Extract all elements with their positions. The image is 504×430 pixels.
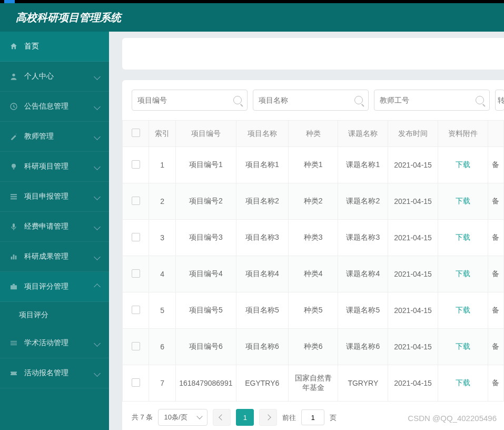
table-row: 4项目编号4项目名称4种类4课题名称42021-04-15下载备 — [123, 256, 504, 292]
row-checkbox[interactable] — [132, 269, 140, 278]
filter-project-code-input[interactable] — [137, 96, 233, 104]
sidebar-item-2[interactable]: 公告信息管理 — [0, 92, 109, 122]
svg-rect-16 — [11, 345, 17, 345]
sidebar-item-8[interactable]: 项目评分管理 — [0, 272, 109, 302]
table-row: 6项目编号6项目名称6种类6课题名称62021-04-15下载备 — [123, 329, 504, 365]
sidebar-item-1[interactable]: 个人中心 — [0, 62, 109, 92]
goto-suffix: 页 — [330, 414, 337, 422]
sidebar-item-3[interactable]: 教师管理 — [0, 122, 109, 152]
filter-teacher-id[interactable] — [374, 90, 490, 111]
download-link[interactable]: 下载 — [456, 269, 470, 278]
search-icon — [233, 96, 242, 104]
sidebar-item-7[interactable]: 科研成果管理 — [0, 242, 109, 272]
sidebar-item-4[interactable]: 科研项目管理 — [0, 152, 109, 182]
page-size-select[interactable]: 10条/页 — [158, 409, 207, 426]
sidebar: 首页个人中心公告信息管理教师管理科研项目管理项目申报管理经费申请管理科研成果管理… — [0, 32, 109, 430]
bars-icon — [9, 252, 18, 261]
sidebar-item-label: 教师管理 — [24, 132, 54, 141]
row-checkbox[interactable] — [132, 306, 140, 314]
cell-topic: 课题名称3 — [338, 220, 388, 256]
cell-code: 项目编号4 — [175, 256, 236, 292]
cell-date: 2021-04-15 — [388, 147, 438, 183]
ticket-icon — [9, 369, 18, 377]
svg-point-2 — [16, 134, 16, 134]
svg-rect-11 — [15, 256, 17, 259]
svg-point-0 — [12, 74, 15, 76]
pagination-next[interactable] — [259, 409, 277, 426]
filter-project-code[interactable] — [132, 90, 248, 111]
cell-type: 种类5 — [288, 292, 338, 329]
pagination-page-1[interactable]: 1 — [236, 409, 254, 426]
table-header-8 — [488, 121, 503, 147]
sidebar-sub-item[interactable]: 项目评分 — [0, 302, 109, 328]
cell-type: 种类1 — [288, 147, 338, 183]
row-checkbox[interactable] — [132, 197, 140, 205]
download-link[interactable]: 下载 — [456, 233, 470, 241]
table-row: 5项目编号5项目名称5种类5课题名称52021-04-15下载备 — [123, 292, 504, 329]
main-content: 索引项目编号项目名称种类课题名称发布时间资料附件 1项目编号1项目名称1种类1课… — [109, 32, 504, 430]
filter-partial-input[interactable] — [498, 96, 504, 104]
download-link[interactable]: 下载 — [456, 197, 470, 205]
filter-partial[interactable] — [495, 90, 504, 111]
sidebar-item-label: 项目评分管理 — [24, 282, 68, 291]
pagination-prev[interactable] — [213, 409, 231, 426]
cell-type: 种类4 — [288, 256, 338, 292]
table-header-5: 课题名称 — [338, 121, 388, 147]
sidebar-item-label: 个人中心 — [24, 72, 54, 81]
content-card: 索引项目编号项目名称种类课题名称发布时间资料附件 1项目编号1项目名称1种类1课… — [122, 80, 504, 430]
row-checkbox[interactable] — [132, 342, 140, 350]
svg-rect-5 — [11, 194, 17, 195]
briefcase-icon — [9, 282, 18, 291]
chevron-left-icon — [219, 414, 225, 420]
svg-point-3 — [12, 164, 16, 168]
sidebar-item-0[interactable]: 首页 — [0, 32, 109, 62]
goto-input[interactable] — [301, 409, 324, 425]
download-link[interactable]: 下载 — [456, 342, 470, 350]
sidebar-item-10[interactable]: 活动报名管理 — [0, 358, 109, 388]
cell-remark: 备 — [488, 292, 503, 329]
cell-topic: TGRYRY — [338, 365, 388, 402]
wand-icon — [9, 132, 18, 141]
cell-code: 项目编号6 — [175, 329, 236, 365]
svg-rect-13 — [13, 284, 15, 286]
sidebar-item-6[interactable]: 经费申请管理 — [0, 212, 109, 242]
row-checkbox[interactable] — [132, 233, 140, 241]
sidebar-item-label: 项目申报管理 — [24, 192, 68, 201]
filter-bar — [122, 80, 504, 120]
svg-rect-4 — [13, 168, 15, 169]
page-size-label: 10条/页 — [164, 413, 187, 422]
data-table: 索引项目编号项目名称种类课题名称发布时间资料附件 1项目编号1项目名称1种类1课… — [122, 120, 504, 402]
download-link[interactable]: 下载 — [456, 378, 470, 387]
row-checkbox[interactable] — [132, 160, 140, 169]
table-header-0 — [123, 121, 149, 147]
cell-date: 2021-04-15 — [388, 220, 438, 256]
filter-teacher-id-input[interactable] — [380, 96, 476, 104]
download-link[interactable]: 下载 — [456, 306, 470, 314]
row-checkbox[interactable] — [132, 378, 140, 387]
cell-name: 项目名称3 — [236, 220, 288, 256]
checkbox-all[interactable] — [132, 129, 140, 137]
chevron-down-icon — [197, 413, 203, 419]
clock-icon — [9, 102, 18, 111]
sidebar-item-label: 科研成果管理 — [24, 252, 68, 261]
cell-type: 种类6 — [288, 329, 338, 365]
cell-remark: 备 — [488, 147, 503, 183]
svg-rect-7 — [11, 198, 17, 199]
cell-index: 1 — [149, 147, 175, 183]
cell-date: 2021-04-15 — [388, 183, 438, 220]
cell-index: 6 — [149, 329, 175, 365]
cell-code: 1618479086991 — [175, 365, 236, 402]
svg-rect-12 — [11, 285, 17, 289]
sidebar-item-9[interactable]: 学术活动管理 — [0, 328, 109, 358]
cell-remark: 备 — [488, 329, 503, 365]
cell-date: 2021-04-15 — [388, 256, 438, 292]
cell-code: 项目编号2 — [175, 183, 236, 220]
sidebar-item-5[interactable]: 项目申报管理 — [0, 182, 109, 212]
filter-project-name-input[interactable] — [259, 96, 354, 104]
menu-icon — [9, 339, 18, 347]
pagination-goto: 前往 页 — [282, 409, 336, 425]
download-link[interactable]: 下载 — [456, 160, 470, 169]
filter-project-name[interactable] — [253, 90, 369, 111]
table-header-6: 发布时间 — [388, 121, 438, 147]
table-header-7: 资料附件 — [438, 121, 488, 147]
